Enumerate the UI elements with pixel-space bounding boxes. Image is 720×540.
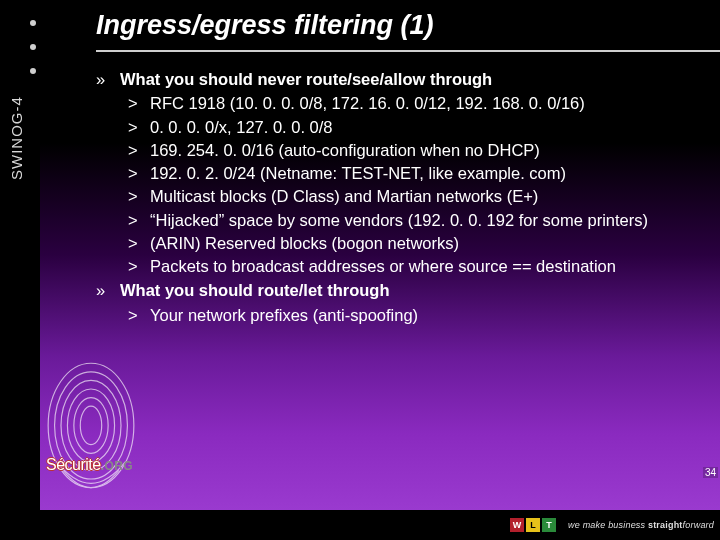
tagline-post: forward <box>683 520 714 530</box>
footer-bar: W L T we make business straightforward <box>0 510 720 540</box>
item-bullet-icon: > <box>128 232 150 254</box>
section-heading-text: What you should never route/see/allow th… <box>120 68 492 90</box>
event-label: SWINOG-4 <box>8 96 25 180</box>
list-item: >Multicast blocks (D Class) and Martian … <box>128 185 702 207</box>
item-text: 0. 0. 0. 0/x, 127. 0. 0. 0/8 <box>150 116 702 138</box>
section-heading: » What you should never route/see/allow … <box>96 68 702 90</box>
item-text: Packets to broadcast addresses or where … <box>150 255 702 277</box>
item-bullet-icon: > <box>128 209 150 231</box>
item-bullet-icon: > <box>128 116 150 138</box>
item-text: RFC 1918 (10. 0. 0. 0/8, 172. 16. 0. 0/1… <box>150 92 702 114</box>
title-rule <box>96 50 720 52</box>
section: » What you should never route/see/allow … <box>96 68 702 277</box>
page-number: 34 <box>703 467 718 478</box>
footer-tagline: we make business straightforward <box>568 520 714 530</box>
list-item: >0. 0. 0. 0/x, 127. 0. 0. 0/8 <box>128 116 702 138</box>
brand-suffix: .ORG <box>101 459 133 473</box>
slide-content: » What you should never route/see/allow … <box>96 68 702 328</box>
item-bullet-icon: > <box>128 162 150 184</box>
sidebar: SWINOG-4 <box>0 0 40 510</box>
section-bullet-icon: » <box>96 68 120 90</box>
tagline-pre: we make business <box>568 520 648 530</box>
list-item: >(ARIN) Reserved blocks (bogon networks) <box>128 232 702 254</box>
decor-dot <box>30 68 36 74</box>
decor-dot <box>30 20 36 26</box>
list-item: >“Hijacked” space by some vendors (192. … <box>128 209 702 231</box>
slide-title: Ingress/egress filtering (1) <box>96 10 720 41</box>
svg-point-5 <box>80 406 101 445</box>
item-text: 169. 254. 0. 0/16 (auto-configuration wh… <box>150 139 702 161</box>
section-heading-text: What you should route/let through <box>120 279 389 301</box>
list-item: >169. 254. 0. 0/16 (auto-configuration w… <box>128 139 702 161</box>
list-item: >Your network prefixes (anti-spoofing) <box>128 304 702 326</box>
section: » What you should route/let through >You… <box>96 279 702 326</box>
list-item: >RFC 1918 (10. 0. 0. 0/8, 172. 16. 0. 0/… <box>128 92 702 114</box>
footer-square: L <box>526 518 540 532</box>
slide-body: Ingress/egress filtering (1) » What you … <box>40 0 720 510</box>
item-bullet-icon: > <box>128 304 150 326</box>
decor-dot <box>30 44 36 50</box>
item-bullet-icon: > <box>128 139 150 161</box>
tagline-bold: straight <box>648 520 683 530</box>
svg-point-4 <box>74 398 108 454</box>
item-text: Your network prefixes (anti-spoofing) <box>150 304 702 326</box>
section-heading: » What you should route/let through <box>96 279 702 301</box>
brand-name: Sécurité <box>46 456 101 473</box>
footer-squares: W L T <box>510 518 556 532</box>
item-bullet-icon: > <box>128 185 150 207</box>
list-item: >Packets to broadcast addresses or where… <box>128 255 702 277</box>
footer-square: T <box>542 518 556 532</box>
brand-logo: Sécurité.ORG <box>40 446 210 476</box>
section-bullet-icon: » <box>96 279 120 301</box>
item-bullet-icon: > <box>128 255 150 277</box>
item-text: 192. 0. 2. 0/24 (Netname: TEST-NET, like… <box>150 162 702 184</box>
item-text: “Hijacked” space by some vendors (192. 0… <box>150 209 702 231</box>
footer-square: W <box>510 518 524 532</box>
item-bullet-icon: > <box>128 92 150 114</box>
item-text: (ARIN) Reserved blocks (bogon networks) <box>150 232 702 254</box>
item-text: Multicast blocks (D Class) and Martian n… <box>150 185 702 207</box>
list-item: >192. 0. 2. 0/24 (Netname: TEST-NET, lik… <box>128 162 702 184</box>
